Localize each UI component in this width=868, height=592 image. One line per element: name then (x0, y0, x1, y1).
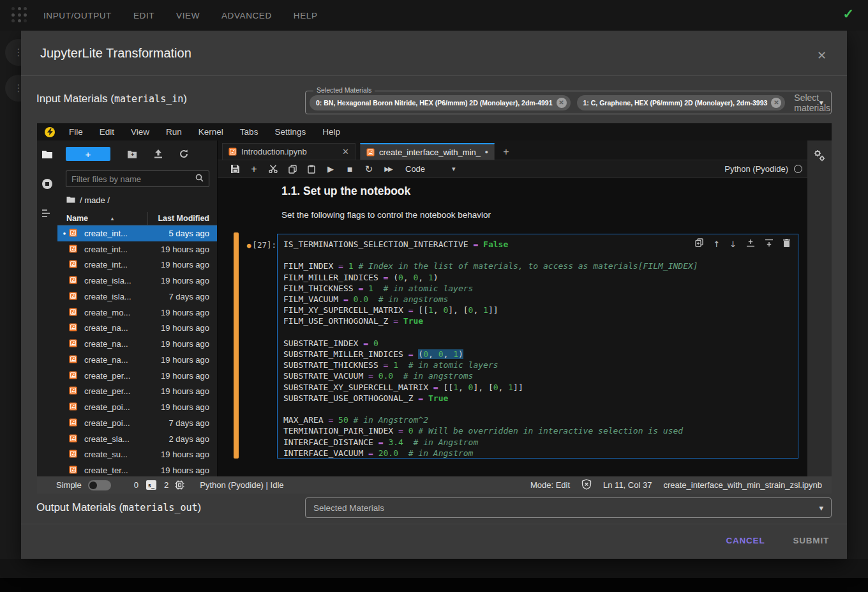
appbar-menu-edit[interactable]: EDIT (133, 11, 154, 20)
file-row[interactable]: create_na...19 hours ago (57, 321, 217, 337)
tab-introduction-ipynb[interactable]: Introduction.ipynb✕ (222, 143, 355, 160)
code-line: SUBSTRATE_XY_SUPERCELL_MATRIX = [[1, 0],… (283, 382, 798, 393)
add-cell-icon[interactable]: + (244, 163, 264, 175)
kernel-status-icon[interactable] (794, 165, 802, 173)
jupyter-menu-run[interactable]: Run (166, 127, 182, 137)
svg-text:+: + (131, 151, 134, 158)
file-row[interactable]: create_mo...19 hours ago (57, 305, 217, 321)
select-materials-placeholder[interactable]: Select materials (794, 93, 830, 113)
move-cell-up-icon[interactable]: ↑ (713, 239, 720, 249)
cell-collapser-bar[interactable] (234, 232, 239, 459)
move-cell-down-icon[interactable]: ↓ (730, 239, 737, 249)
code-line: SUBSTRATE_MILLER_INDICES = (0, 0, 1) (283, 349, 798, 360)
file-row[interactable]: create_int...19 hours ago (57, 257, 217, 273)
tab-close-icon[interactable]: ✕ (342, 147, 349, 156)
run-cell-icon[interactable]: ▶ (321, 164, 340, 174)
insert-cell-above-icon[interactable] (746, 238, 755, 250)
jupyter-menu-settings[interactable]: Settings (274, 127, 306, 137)
column-last-modified[interactable]: Last Modified (147, 212, 217, 225)
jupyter-menu-tabs[interactable]: Tabs (240, 127, 258, 137)
paste-cells-icon[interactable] (302, 165, 321, 174)
stop-kernel-icon[interactable]: ■ (340, 164, 359, 174)
column-name[interactable]: Name ▲ (57, 212, 147, 225)
file-row[interactable]: create_na...19 hours ago (57, 336, 217, 352)
jupyter-menu-help[interactable]: Help (322, 127, 340, 137)
save-icon[interactable] (225, 165, 244, 173)
property-inspector-gears-icon[interactable] (813, 149, 826, 476)
file-row[interactable]: create_per...19 hours ago (57, 384, 217, 400)
delete-cell-icon[interactable] (783, 238, 790, 250)
code-line: MAX_AREA = 50 # in Angstrom^2 (283, 414, 798, 425)
selected-materials-legend: Selected Materials (313, 86, 375, 94)
new-folder-icon[interactable]: + (127, 150, 137, 158)
chevron-down-icon[interactable]: ▾ (819, 98, 823, 107)
file-row[interactable]: create_isla...7 days ago (57, 289, 217, 305)
restart-run-all-icon[interactable]: ▶▶ (378, 165, 398, 172)
appbar-menu-input-output[interactable]: INPUT/OUTPUT (43, 11, 112, 20)
kernel-name[interactable]: Python (Pyodide) (724, 164, 788, 174)
cell-type-select[interactable]: Code (405, 164, 425, 174)
jupyter-menu-edit[interactable]: Edit (100, 127, 114, 137)
file-row[interactable]: create_int...19 hours ago (57, 241, 217, 257)
kernel-status-text[interactable]: Python (Pyodide) | Idle (200, 480, 283, 490)
table-of-contents-icon[interactable] (41, 209, 53, 218)
submit-button[interactable]: SUBMIT (793, 536, 829, 545)
material-chip[interactable]: 0: BN, Hexagonal Boron Nitride, HEX (P6/… (310, 95, 571, 110)
running-kernels-icon[interactable] (41, 178, 53, 190)
duplicate-cell-icon[interactable] (695, 238, 703, 250)
right-sidebar-rail (807, 140, 832, 476)
material-chip[interactable]: 1: C, Graphene, HEX (P6/mmm) 2D (Monolay… (577, 95, 786, 110)
file-row[interactable]: create_na...19 hours ago (57, 352, 217, 368)
code-line (283, 327, 798, 338)
file-row[interactable]: create_poi...19 hours ago (57, 399, 217, 415)
chip-remove-icon[interactable]: ✕ (771, 98, 781, 108)
filter-files-input[interactable] (71, 174, 195, 184)
upload-icon[interactable] (154, 149, 163, 158)
cursor-position[interactable]: Ln 11, Col 37 (603, 480, 652, 490)
notebook-icon (69, 245, 79, 254)
file-last-modified: 19 hours ago (150, 245, 217, 254)
editor-mode[interactable]: Mode: Edit (530, 480, 570, 490)
code-cell-editor[interactable]: IS_TERMINATIONS_SELECTION_INTERACTIVE = … (277, 234, 798, 459)
appbar-menu-view[interactable]: VIEW (176, 11, 200, 20)
restart-kernel-icon[interactable]: ↻ (359, 163, 378, 175)
jupyter-menu-kernel[interactable]: Kernel (198, 127, 223, 137)
breadcrumb[interactable]: / made / (66, 194, 217, 206)
output-materials-select[interactable]: Selected Materials ▾ (305, 497, 832, 518)
file-row[interactable]: create_su...19 hours ago (57, 447, 217, 463)
refresh-icon[interactable] (179, 149, 188, 158)
file-row[interactable]: create_sla...2 days ago (57, 431, 217, 447)
file-browser-icon[interactable] (41, 149, 53, 159)
file-row[interactable]: ●create_int...5 days ago (57, 225, 217, 241)
terminal-icon: s_ (146, 480, 156, 490)
file-last-modified: 5 days ago (150, 229, 217, 238)
terminals-count[interactable]: 0 (134, 480, 138, 490)
cancel-button[interactable]: CANCEL (726, 536, 765, 545)
tab-create-interface-with-min-[interactable]: create_interface_with_min_● (360, 143, 495, 160)
chip-remove-icon[interactable]: ✕ (557, 98, 567, 108)
jupyter-menu-view[interactable]: View (131, 127, 149, 137)
new-tab-button[interactable]: + (497, 144, 515, 160)
new-launcher-button[interactable]: + (66, 147, 110, 161)
file-name: create_per... (84, 386, 150, 396)
close-icon[interactable]: ✕ (817, 49, 827, 63)
appbar-menu-advanced[interactable]: ADVANCED (221, 11, 272, 20)
insert-cell-below-icon[interactable] (765, 238, 774, 250)
appbar-menu-help[interactable]: HELP (294, 11, 318, 20)
code-line: SUBSTRATE_VACUUM = 0.0 # in angstroms (283, 370, 798, 381)
file-row[interactable]: create_ter...19 hours ago (57, 462, 217, 476)
file-row[interactable]: create_isla...19 hours ago (57, 273, 217, 289)
markdown-heading: 1.1. Set up the notebook (281, 185, 410, 198)
simple-mode-toggle[interactable] (88, 480, 111, 490)
trust-shield-icon[interactable] (581, 479, 592, 492)
selected-materials-field[interactable]: Selected Materials 0: BN, Hexagonal Boro… (305, 91, 832, 114)
file-row[interactable]: create_per...19 hours ago (57, 368, 217, 384)
kernels-count[interactable]: 2 (164, 480, 168, 490)
jupyter-menu-file[interactable]: File (69, 127, 83, 137)
backdrop-strip (0, 559, 868, 578)
chevron-down-icon[interactable]: ▾ (452, 165, 456, 173)
copy-cells-icon[interactable] (283, 165, 302, 174)
notebook-icon (69, 434, 79, 444)
cut-cells-icon[interactable] (264, 165, 283, 173)
file-row[interactable]: create_poi...7 days ago (57, 415, 217, 431)
